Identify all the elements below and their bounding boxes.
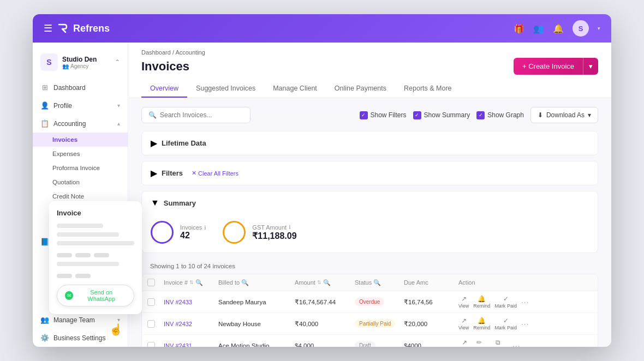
invoice-number[interactable]: INV #2433 [164,299,218,305]
tab-reports[interactable]: Reports & More [395,80,461,98]
tab-online-payments[interactable]: Online Payments [326,80,395,98]
invoice-number[interactable]: INV #2431 [164,342,218,347]
lifetime-header[interactable]: ▶ Lifetime Data [142,131,598,155]
status-badge: Overdue [355,298,384,306]
invoices-summary-card: Invoices ℹ 42 [151,221,206,244]
col-status[interactable]: Status 🔍 [355,279,404,286]
status-badge: Draft [355,341,375,347]
tab-manage-client[interactable]: Manage Client [264,80,326,98]
profile-chevron: ▾ [117,103,120,109]
open-icon: ↗ [462,339,467,346]
summary-header[interactable]: ▼ Summary [142,191,598,214]
float-line-3 [57,241,134,245]
invoice-float-card: Invoice ✉ Send on WhatsApp [49,201,142,314]
more-btn[interactable]: ··· [521,320,529,328]
summary-title: Summary [164,199,196,207]
user-menu-chevron[interactable]: ▾ [598,26,600,31]
close-icon: ✕ [192,170,196,177]
clear-filters-btn[interactable]: ✕ Clear All Filters [192,170,238,177]
create-invoice-button[interactable]: + Create Invoice ▾ [514,58,598,75]
search-box[interactable]: 🔍 [141,107,251,123]
user-avatar[interactable]: S [573,20,589,37]
whatsapp-button[interactable]: ✉ Send on WhatsApp [57,285,134,306]
showing-text: Showing 1 to 10 of 24 invoices [141,258,598,274]
whatsapp-label: Send on WhatsApp [76,289,126,302]
header-checkbox[interactable] [147,279,155,286]
edit-btn[interactable]: ✏Edit [475,339,484,347]
remind-btn[interactable]: 🔔Remind [473,317,490,330]
show-filters-checkbox[interactable]: ✓ [360,111,368,119]
sidebar-sub-proforma[interactable]: Proforma Invoice [33,161,128,175]
open-btn[interactable]: ↗Open [458,339,470,347]
bell-icon[interactable]: 🔔 [553,23,564,34]
col-invoice-num[interactable]: Invoice # ⇅ 🔍 [164,279,218,286]
mark-paid-btn[interactable]: ✓Mark Paid [494,317,517,330]
sidebar-sub-quotation[interactable]: Quotation [33,175,128,189]
breadcrumb-dashboard[interactable]: Dashboard [141,49,171,56]
remind-btn[interactable]: 🔔Remind [473,295,490,309]
sidebar-item-dashboard[interactable]: ⊞ Dashboard [33,79,128,97]
sidebar-item-profile[interactable]: 👤 Profile ▾ [33,97,128,115]
mark-paid-btn[interactable]: ✓Mark Paid [494,295,517,309]
team-icon[interactable]: 👥 [533,23,544,34]
sidebar-item-accounting[interactable]: 📋 Accounting ▴ [33,115,128,133]
more-btn[interactable]: ··· [521,298,529,306]
due-amount: ₹20,000 [404,320,458,328]
remind-icon: 🔔 [478,317,486,324]
tab-suggested[interactable]: Suggested Invoices [187,80,264,98]
show-graph-checkbox[interactable]: ✓ [476,111,485,119]
sidebar-label-settings: Business Settings [53,334,105,342]
filters-header[interactable]: ▶ Filters ✕ Clear All Filters [142,161,598,185]
more-btn[interactable]: ··· [512,341,521,347]
show-summary-option[interactable]: ✓ Show Summary [413,111,470,119]
row-checkbox-cell[interactable] [147,342,164,347]
tabs: Overview Suggested Invoices Manage Clien… [141,80,598,98]
show-graph-label: Show Graph [487,111,524,119]
search-input[interactable] [160,111,243,119]
edit-icon: ✏ [476,339,482,346]
row-checkbox[interactable] [147,342,155,347]
duplicate-btn[interactable]: ⧉Duplicate [488,339,509,347]
gst-info-icon: ℹ [289,224,291,230]
view-btn[interactable]: ↗View [458,317,469,330]
page-title: Invoices [141,59,189,74]
profile-icon: 👤 [40,101,49,110]
create-invoice-dropdown[interactable]: ▾ [583,58,598,75]
gst-summary-label: GST Amount ℹ [252,224,296,231]
due-amount: $4000 [404,342,458,347]
hamburger-icon[interactable]: ☰ [44,22,52,34]
tab-overview[interactable]: Overview [141,80,187,98]
download-as-button[interactable]: ⬇ Download As ▾ [530,107,598,123]
row-checkbox-cell[interactable] [147,298,164,306]
col-amount[interactable]: Amount ⇅ 🔍 [295,279,355,286]
gift-icon[interactable]: 🎁 [514,23,524,34]
cursor-finger: ☝️ [109,323,123,336]
view-btn[interactable]: ↗View [458,295,469,309]
invoice-number[interactable]: INV #2432 [164,321,218,327]
workspace-header[interactable]: S Studio Den 👥 Agency ⌃ [33,49,128,79]
breadcrumb-accounting[interactable]: Accounting [175,49,205,56]
settings-icon: ⚙️ [40,334,49,342]
show-graph-option[interactable]: ✓ Show Graph [476,111,524,119]
invoice-table: Invoice # ⇅ 🔍 Billed to 🔍 Amount ⇅ 🔍 [141,274,598,347]
accounting-chevron: ▴ [117,121,120,127]
row-checkbox[interactable] [147,298,155,306]
amount-sort-icon: ⇅ [317,280,321,285]
gst-summary-info: GST Amount ℹ ₹11,188.09 [252,224,296,241]
row-checkbox[interactable] [147,320,155,328]
col-due-amount[interactable]: Due Amc [404,279,458,286]
header-checkbox-cell[interactable] [147,279,164,286]
sidebar-sub-invoices[interactable]: Invoices [33,133,128,147]
nav-logo: Refrens [57,22,110,34]
row-checkbox-cell[interactable] [147,320,164,328]
show-summary-checkbox[interactable]: ✓ [413,111,421,119]
float-chip-1 [57,253,72,257]
float-chip-5 [75,274,91,278]
lifetime-section: ▶ Lifetime Data [141,131,598,155]
float-chip-4 [57,274,72,278]
col-billed-to[interactable]: Billed to 🔍 [218,279,295,286]
sidebar-sub-expenses[interactable]: Expenses [33,147,128,161]
show-filters-option[interactable]: ✓ Show Filters [360,111,407,119]
amount: ₹40,000 [295,320,355,328]
invoices-ring [151,221,174,244]
